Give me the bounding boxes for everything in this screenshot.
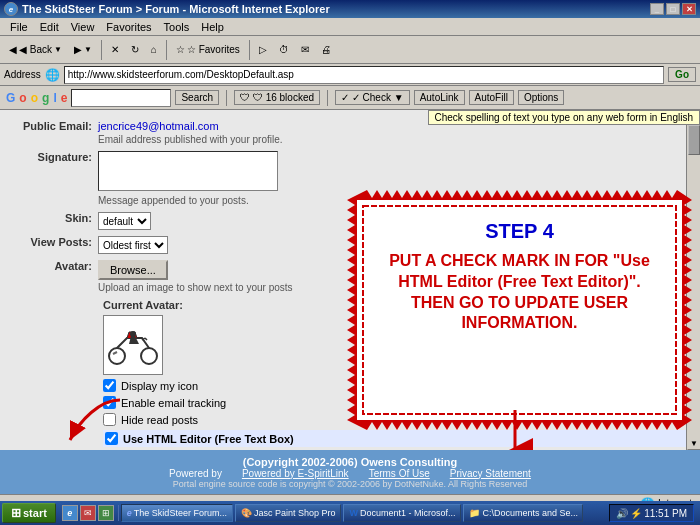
window-controls: _ □ ✕ bbox=[650, 3, 696, 15]
html-editor-label: Use HTML Editor (Free Text Box) bbox=[123, 433, 294, 445]
taskbar-paint-icon: 🎨 bbox=[241, 508, 252, 518]
google-logo-e: e bbox=[61, 91, 68, 105]
close-button[interactable]: ✕ bbox=[682, 3, 696, 15]
espirit-link[interactable]: Powered by E-SpiritLink bbox=[242, 468, 349, 479]
callout-container: STEP 4 PUT A CHECK MARK IN FOR "Use HTML… bbox=[347, 190, 692, 430]
google-search-input[interactable] bbox=[71, 89, 171, 107]
history-btn[interactable]: ⏱ bbox=[274, 41, 294, 58]
portal-text: Portal engine source code is copyright ©… bbox=[173, 479, 527, 489]
back-button[interactable]: ◀ ◀ Back ▼ bbox=[4, 41, 67, 58]
print-btn[interactable]: 🖨 bbox=[316, 41, 336, 58]
spellcheck-text: Check spelling of text you type on any w… bbox=[435, 112, 693, 123]
ql-ie-icon[interactable]: e bbox=[62, 505, 78, 521]
ql-desktop-icon[interactable]: ⊞ bbox=[98, 505, 114, 521]
avatar-image-box bbox=[103, 315, 163, 375]
menu-tools[interactable]: Tools bbox=[158, 20, 196, 34]
menu-help[interactable]: Help bbox=[195, 20, 230, 34]
email-value: jencrice49@hotmail.com bbox=[98, 120, 219, 132]
ql-outlook-icon[interactable]: ✉ bbox=[80, 505, 96, 521]
google-logo-o: o bbox=[19, 91, 26, 105]
autofill-button[interactable]: AutoFill bbox=[469, 90, 514, 105]
page-content: Check spelling of text you type on any w… bbox=[0, 110, 700, 450]
google-logo-o2: o bbox=[31, 91, 38, 105]
mail-btn[interactable]: ✉ bbox=[296, 41, 314, 58]
signature-label: Signature: bbox=[8, 151, 98, 163]
window-title: The SkidSteer Forum > Forum - Microsoft … bbox=[22, 3, 650, 15]
back-icon: ◀ bbox=[9, 44, 17, 55]
powered-by-label: Powered by bbox=[169, 468, 222, 479]
stop-button[interactable]: ✕ bbox=[106, 41, 124, 58]
taskbar-folder-icon: 📁 bbox=[469, 508, 480, 518]
autolink-button[interactable]: AutoLink bbox=[414, 90, 465, 105]
media-btn[interactable]: ▷ bbox=[254, 41, 272, 58]
menu-favorites[interactable]: Favorites bbox=[100, 20, 157, 34]
menu-view[interactable]: View bbox=[65, 20, 101, 34]
taskbar-explorer-item[interactable]: 📁 C:\Documents and Se... bbox=[463, 504, 583, 522]
forward-button[interactable]: ▶▼ bbox=[69, 41, 97, 58]
home-button[interactable]: ⌂ bbox=[146, 41, 162, 58]
address-input[interactable] bbox=[64, 66, 664, 84]
taskbar-word-item[interactable]: W Document1 - Microsof... bbox=[343, 504, 461, 522]
star-icon: ☆ bbox=[176, 44, 185, 55]
quick-launch: e ✉ ⊞ bbox=[58, 505, 119, 521]
sep1 bbox=[101, 40, 102, 60]
terms-link[interactable]: Terms Of Use bbox=[369, 468, 430, 479]
skin-select[interactable]: default bbox=[98, 212, 151, 230]
tray-network-icon: 🔊 bbox=[616, 508, 628, 519]
options-button[interactable]: Options bbox=[518, 90, 564, 105]
taskbar: ⊞ start e ✉ ⊞ e The SkidSteer Forum... 🎨… bbox=[0, 501, 700, 525]
privacy-link[interactable]: Privacy Statement bbox=[450, 468, 531, 479]
email-label: Public Email: bbox=[8, 120, 98, 132]
address-label: Address bbox=[4, 69, 41, 80]
toolbar: ◀ ◀ Back ▼ ▶▼ ✕ ↻ ⌂ ☆ ☆ Favorites ▷ ⏱ ✉ … bbox=[0, 36, 700, 64]
taskbar-ie-item[interactable]: e The SkidSteer Forum... bbox=[121, 504, 233, 522]
tray-volume-icon: ⚡ bbox=[630, 508, 642, 519]
sep2 bbox=[166, 40, 167, 60]
scroll-thumb[interactable] bbox=[688, 125, 700, 155]
copyright-text: (Copyright 2002-2006) Owens Consulting bbox=[243, 456, 458, 468]
arrow-to-update bbox=[495, 410, 535, 450]
taskbar-word-icon: W bbox=[349, 508, 358, 518]
avatar-label: Avatar: bbox=[8, 260, 98, 272]
blocked-button[interactable]: 🛡 🛡 16 blocked bbox=[234, 90, 320, 105]
system-tray: 🔊 ⚡ 11:51 PM bbox=[609, 504, 694, 522]
search-button[interactable]: Search bbox=[175, 90, 219, 105]
menu-file[interactable]: File bbox=[4, 20, 34, 34]
step-title: STEP 4 bbox=[377, 220, 662, 243]
callout-content: STEP 4 PUT A CHECK MARK IN FOR "Use HTML… bbox=[367, 210, 672, 344]
taskbar-paintshop-item[interactable]: 🎨 Jasc Paint Shop Pro bbox=[235, 504, 342, 522]
arrow-to-checkbox bbox=[60, 390, 140, 450]
taskbar-tray: 🔊 ⚡ 11:51 PM bbox=[609, 504, 698, 522]
menu-bar: File Edit View Favorites Tools Help bbox=[0, 18, 700, 36]
browser-icon: e bbox=[4, 2, 18, 16]
viewposts-select[interactable]: Oldest first bbox=[98, 236, 168, 254]
arrow-svg bbox=[60, 390, 140, 450]
address-icon: 🌐 bbox=[45, 68, 60, 82]
motorcycle-icon bbox=[107, 324, 159, 366]
tray-time: 11:51 PM bbox=[644, 508, 687, 519]
maximize-button[interactable]: □ bbox=[666, 3, 680, 15]
scroll-down-button[interactable]: ▼ bbox=[687, 436, 700, 450]
svg-point-1 bbox=[141, 348, 157, 364]
menu-edit[interactable]: Edit bbox=[34, 20, 65, 34]
spellcheck-bar: Check spelling of text you type on any w… bbox=[428, 110, 700, 125]
signature-textarea[interactable] bbox=[98, 151, 278, 191]
address-bar: Address 🌐 Go bbox=[0, 64, 700, 86]
favorites-button[interactable]: ☆ ☆ Favorites bbox=[171, 41, 245, 58]
email-hint: Email address published with your profil… bbox=[98, 134, 692, 145]
html-editor-row: Use HTML Editor (Free Text Box) bbox=[103, 430, 692, 447]
back-dropdown-icon[interactable]: ▼ bbox=[54, 45, 62, 54]
minimize-button[interactable]: _ bbox=[650, 3, 664, 15]
search-bar: G o o g l e Search 🛡 🛡 16 blocked ✓ ✓ Ch… bbox=[0, 86, 700, 110]
start-windows-icon: ⊞ bbox=[11, 506, 21, 520]
svg-point-0 bbox=[109, 348, 125, 364]
browse-button[interactable]: Browse... bbox=[98, 260, 168, 280]
taskbar-ie-icon: e bbox=[127, 508, 132, 518]
footer: (Copyright 2002-2006) Owens Consulting P… bbox=[0, 450, 700, 494]
viewposts-label: View Posts: bbox=[8, 236, 98, 248]
title-bar: e The SkidSteer Forum > Forum - Microsof… bbox=[0, 0, 700, 18]
start-button[interactable]: ⊞ start bbox=[2, 503, 56, 523]
check-button[interactable]: ✓ ✓ Check ▼ bbox=[335, 90, 410, 105]
go-button[interactable]: Go bbox=[668, 67, 696, 82]
refresh-button[interactable]: ↻ bbox=[126, 41, 144, 58]
